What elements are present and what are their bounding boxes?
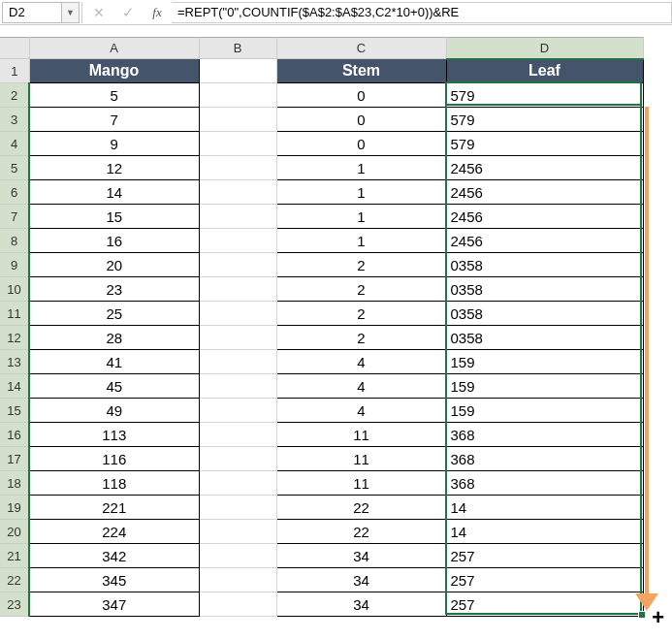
cell[interactable]: 368 xyxy=(446,423,643,447)
cell[interactable] xyxy=(199,568,276,592)
cell[interactable] xyxy=(199,83,276,108)
cell[interactable]: 2456 xyxy=(446,229,643,253)
cell[interactable]: 221 xyxy=(29,496,199,520)
row-header[interactable]: 5 xyxy=(0,156,29,180)
cell[interactable]: 14 xyxy=(29,180,199,205)
cell[interactable] xyxy=(199,253,276,277)
cell[interactable]: 20 xyxy=(29,253,199,277)
row-header[interactable]: 11 xyxy=(0,302,29,326)
cell[interactable]: 159 xyxy=(446,399,643,423)
cell[interactable] xyxy=(199,447,276,471)
select-all-corner[interactable] xyxy=(0,38,29,59)
cell[interactable]: 22 xyxy=(276,496,446,520)
cell[interactable]: 9 xyxy=(29,132,199,156)
row-header[interactable]: 8 xyxy=(0,229,29,253)
cell[interactable]: 0 xyxy=(276,108,446,132)
cell[interactable]: 159 xyxy=(446,350,643,374)
cell[interactable] xyxy=(199,108,276,132)
spreadsheet-grid[interactable]: ABCD1MangoStemLeaf2505793705794905795121… xyxy=(0,37,644,617)
cell[interactable] xyxy=(199,350,276,374)
cell[interactable]: 15 xyxy=(29,205,199,229)
column-header-B[interactable]: B xyxy=(199,38,276,59)
cell[interactable] xyxy=(199,592,276,617)
cell[interactable] xyxy=(199,471,276,496)
cell[interactable]: 49 xyxy=(29,399,199,423)
row-header[interactable]: 23 xyxy=(0,592,29,617)
cell[interactable]: 368 xyxy=(446,447,643,471)
cell[interactable]: 0358 xyxy=(446,253,643,277)
name-box[interactable]: D2 xyxy=(2,2,62,23)
cell[interactable]: 11 xyxy=(276,423,446,447)
row-header[interactable]: 21 xyxy=(0,544,29,568)
cell[interactable]: 2 xyxy=(276,302,446,326)
cell[interactable] xyxy=(199,374,276,399)
row-header[interactable]: 9 xyxy=(0,253,29,277)
row-header[interactable]: 7 xyxy=(0,205,29,229)
cell[interactable]: 0358 xyxy=(446,277,643,302)
cell[interactable]: 34 xyxy=(276,592,446,617)
cell[interactable]: 1 xyxy=(276,180,446,205)
row-header[interactable]: 12 xyxy=(0,326,29,350)
cell[interactable]: 257 xyxy=(446,544,643,568)
cell[interactable]: 2456 xyxy=(446,156,643,180)
cancel-icon[interactable]: ✕ xyxy=(86,2,112,23)
cell[interactable] xyxy=(199,229,276,253)
row-header[interactable]: 17 xyxy=(0,447,29,471)
row-header[interactable]: 4 xyxy=(0,132,29,156)
cell[interactable]: 224 xyxy=(29,520,199,544)
cell[interactable]: 579 xyxy=(446,83,643,108)
cell[interactable]: 12 xyxy=(29,156,199,180)
cell[interactable]: 116 xyxy=(29,447,199,471)
cell[interactable] xyxy=(199,156,276,180)
cell[interactable]: 347 xyxy=(29,592,199,617)
column-header-D[interactable]: D xyxy=(446,38,643,59)
confirm-icon[interactable]: ✓ xyxy=(115,2,141,23)
cell[interactable]: 34 xyxy=(276,544,446,568)
cell[interactable]: 0358 xyxy=(446,326,643,350)
cell[interactable]: 45 xyxy=(29,374,199,399)
cell[interactable]: 11 xyxy=(276,471,446,496)
cell[interactable]: 4 xyxy=(276,374,446,399)
row-header[interactable]: 10 xyxy=(0,277,29,302)
row-header[interactable]: 22 xyxy=(0,568,29,592)
cell[interactable]: 579 xyxy=(446,108,643,132)
cell[interactable]: 34 xyxy=(276,568,446,592)
row-header[interactable]: 1 xyxy=(0,59,29,83)
cell[interactable]: 159 xyxy=(446,374,643,399)
column-header-A[interactable]: A xyxy=(29,38,199,59)
cell[interactable]: 14 xyxy=(446,496,643,520)
fill-handle[interactable] xyxy=(638,611,646,619)
row-header[interactable]: 13 xyxy=(0,350,29,374)
cell[interactable]: 1 xyxy=(276,205,446,229)
cell[interactable] xyxy=(199,59,276,83)
cell[interactable] xyxy=(199,399,276,423)
cell[interactable]: 2 xyxy=(276,326,446,350)
cell[interactable] xyxy=(199,496,276,520)
cell[interactable] xyxy=(199,277,276,302)
cell[interactable]: 2 xyxy=(276,277,446,302)
row-header[interactable]: 20 xyxy=(0,520,29,544)
cell[interactable]: 1 xyxy=(276,156,446,180)
formula-input[interactable]: =REPT("0",COUNTIF($A$2:$A$23,C2*10+0))&R… xyxy=(172,2,672,23)
cell[interactable]: 0 xyxy=(276,83,446,108)
row-header[interactable]: 18 xyxy=(0,471,29,496)
cell[interactable] xyxy=(199,520,276,544)
cell[interactable]: 25 xyxy=(29,302,199,326)
cell[interactable]: 2456 xyxy=(446,205,643,229)
cell[interactable]: 22 xyxy=(276,520,446,544)
cell[interactable]: 257 xyxy=(446,592,643,617)
cell[interactable] xyxy=(199,302,276,326)
cell[interactable]: 118 xyxy=(29,471,199,496)
row-header[interactable]: 15 xyxy=(0,399,29,423)
row-header[interactable]: 19 xyxy=(0,496,29,520)
cell[interactable]: 2456 xyxy=(446,180,643,205)
cell[interactable]: 1 xyxy=(276,229,446,253)
cell[interactable]: 5 xyxy=(29,83,199,108)
cell[interactable]: 41 xyxy=(29,350,199,374)
cell[interactable]: 4 xyxy=(276,399,446,423)
cell[interactable]: 113 xyxy=(29,423,199,447)
cell[interactable]: 11 xyxy=(276,447,446,471)
cell[interactable]: Leaf xyxy=(446,59,643,83)
cell[interactable]: 2 xyxy=(276,253,446,277)
cell[interactable]: 4 xyxy=(276,350,446,374)
